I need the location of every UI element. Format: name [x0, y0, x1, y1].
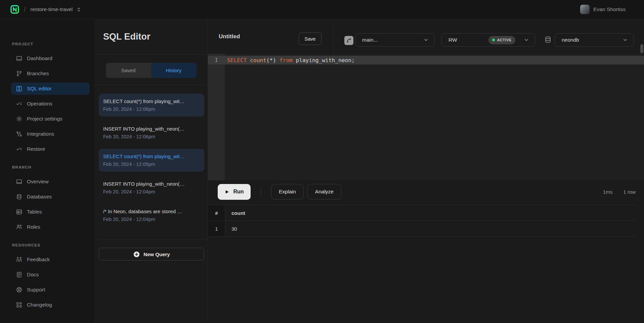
page-title: SQL Editor	[103, 32, 151, 42]
sidebar: PROJECTDashboardBranchesSQL editorOperat…	[0, 19, 94, 323]
save-button[interactable]: Save	[299, 33, 321, 45]
restore-icon	[16, 146, 23, 152]
sidebar-item-dashboard[interactable]: Dashboard	[11, 52, 90, 64]
query-panel: SQL Editor SavedHistory SELECT count(*) …	[94, 19, 208, 323]
query-panel-footer: New Query	[94, 239, 208, 323]
code-token: count	[250, 57, 266, 63]
sidebar-item-label: Support	[27, 287, 45, 293]
code-token	[247, 57, 250, 63]
branch-select[interactable]: main...	[355, 33, 435, 47]
history-timestamp: Feb 20, 2024 - 12:04pm	[103, 217, 200, 222]
sidebar-item-databases[interactable]: Databases	[11, 191, 90, 203]
sidebar-item-project-settings[interactable]: Project settings	[11, 113, 90, 125]
sidebar-items: OverviewDatabasesTablesRoles	[6, 176, 94, 233]
sidebar-item-label: Integrations	[27, 131, 54, 137]
history-timestamp: Feb 20, 2024 - 12:05pm	[103, 162, 200, 167]
scrollbar-thumb[interactable]	[640, 44, 643, 53]
sidebar-section: BRANCHOverviewDatabasesTablesRoles	[6, 165, 94, 233]
breadcrumb-project-name[interactable]: restore-time-travel	[31, 6, 73, 12]
results-header-row: # count	[208, 205, 636, 221]
toolbar-divider	[333, 19, 334, 54]
compute-select-value: RW	[448, 37, 457, 43]
sidebar-item-overview[interactable]: Overview	[11, 176, 90, 188]
history-item[interactable]: /* In Neon, databases are stored …Feb 20…	[99, 204, 204, 227]
database-icon	[16, 193, 23, 200]
user-avatar	[580, 5, 590, 14]
run-button[interactable]: Run	[218, 184, 251, 200]
sql-editor-icon	[16, 85, 23, 92]
operations-icon	[16, 100, 23, 107]
user-name: Evan Shortiss	[593, 6, 626, 12]
analyze-button[interactable]: Analyze	[307, 184, 341, 199]
breadcrumb-separator: /	[24, 6, 26, 13]
sidebar-item-support[interactable]: Support	[11, 284, 90, 296]
history-item[interactable]: INSERT INTO playing_with_neon(…Feb 20, 2…	[99, 176, 204, 199]
branch-select-value: main...	[362, 37, 378, 43]
new-query-label: New Query	[143, 251, 170, 257]
query-history-list: SELECT count(*) from playing_wit…Feb 20,…	[94, 85, 208, 239]
sidebar-item-label: Restore	[27, 146, 45, 152]
history-item[interactable]: SELECT count(*) from playing_wit…Feb 20,…	[99, 149, 204, 172]
sidebar-item-restore[interactable]: Restore	[11, 143, 90, 155]
saved-history-tabs: SavedHistory	[106, 63, 197, 78]
code-token	[276, 57, 280, 63]
results-header-index: #	[208, 205, 225, 221]
chevron-down-icon	[423, 37, 429, 43]
database-select[interactable]: neondb	[555, 33, 634, 47]
status-dot-icon	[492, 39, 495, 41]
tables-icon	[16, 209, 23, 215]
tab-saved[interactable]: Saved	[106, 63, 151, 78]
feedback-icon	[16, 256, 23, 263]
results-cell-index: 1	[208, 221, 225, 236]
sidebar-item-tables[interactable]: Tables	[11, 206, 90, 218]
top-bar: / restore-time-travel Evan Shortiss	[0, 0, 644, 19]
integrations-icon	[16, 131, 23, 137]
sidebar-item-sql-editor[interactable]: SQL editor	[11, 83, 90, 95]
sidebar-item-label: Tables	[27, 209, 42, 215]
neon-logo-icon[interactable]	[10, 5, 19, 14]
roles-icon	[16, 224, 23, 230]
sidebar-item-operations[interactable]: Operations	[11, 98, 90, 110]
history-query: SELECT count(*) from playing_wit…	[103, 98, 200, 104]
explain-button[interactable]: Explain	[271, 184, 304, 199]
compute-select[interactable]: RW ACTIVE	[441, 33, 535, 47]
history-timestamp: Feb 20, 2024 - 12:04pm	[103, 189, 200, 194]
sidebar-section-label: BRANCH	[6, 165, 94, 169]
sidebar-item-integrations[interactable]: Integrations	[11, 128, 90, 140]
sidebar-item-feedback[interactable]: Feedback	[11, 253, 90, 266]
sidebar-item-docs[interactable]: Docs	[11, 269, 90, 281]
query-title: Untitled	[219, 33, 240, 40]
sidebar-item-label: Feedback	[27, 257, 50, 263]
history-item[interactable]: SELECT count(*) from playing_wit…Feb 20,…	[99, 94, 204, 117]
editor-active-line[interactable]: 1 SELECT count(*) from playing_with_neon…	[208, 56, 644, 64]
app-body: PROJECTDashboardBranchesSQL editorOperat…	[0, 19, 644, 323]
history-query: /* In Neon, databases are stored …	[103, 209, 200, 214]
sidebar-item-label: Overview	[27, 179, 49, 185]
changelog-icon	[16, 302, 23, 308]
new-query-button[interactable]: New Query	[99, 248, 204, 261]
sql-code-editor[interactable]: 1 SELECT count(*) from playing_with_neon…	[208, 54, 644, 180]
sidebar-item-roles[interactable]: Roles	[11, 221, 90, 233]
support-icon	[16, 286, 23, 293]
sidebar-item-changelog[interactable]: Changelog	[11, 299, 90, 311]
database-select-value: neondb	[562, 37, 579, 43]
branch-icon[interactable]	[344, 36, 353, 45]
sidebar-item-branches[interactable]: Branches	[11, 67, 90, 80]
sidebar-item-label: SQL editor	[27, 86, 52, 92]
sidebar-section-label: PROJECT	[6, 42, 94, 46]
history-timestamp: Feb 20, 2024 - 12:06pm	[103, 106, 200, 112]
play-icon	[224, 189, 229, 194]
user-menu[interactable]: Evan Shortiss	[580, 5, 626, 14]
database-icon	[544, 36, 552, 44]
editor-gutter	[208, 54, 225, 180]
sidebar-section-label: RESOURCES	[6, 243, 94, 247]
tab-history[interactable]: History	[151, 63, 197, 78]
sidebar-item-label: Changelog	[27, 302, 52, 308]
gear-icon	[16, 116, 23, 122]
compute-status-label: ACTIVE	[497, 38, 512, 42]
history-timestamp: Feb 20, 2024 - 12:06pm	[103, 134, 200, 139]
sidebar-section: PROJECTDashboardBranchesSQL editorOperat…	[6, 42, 94, 155]
history-item[interactable]: INSERT INTO playing_with_neon(…Feb 20, 2…	[99, 121, 204, 144]
project-switcher-chevrons-icon[interactable]	[76, 7, 81, 12]
sidebar-item-label: Dashboard	[27, 55, 52, 61]
